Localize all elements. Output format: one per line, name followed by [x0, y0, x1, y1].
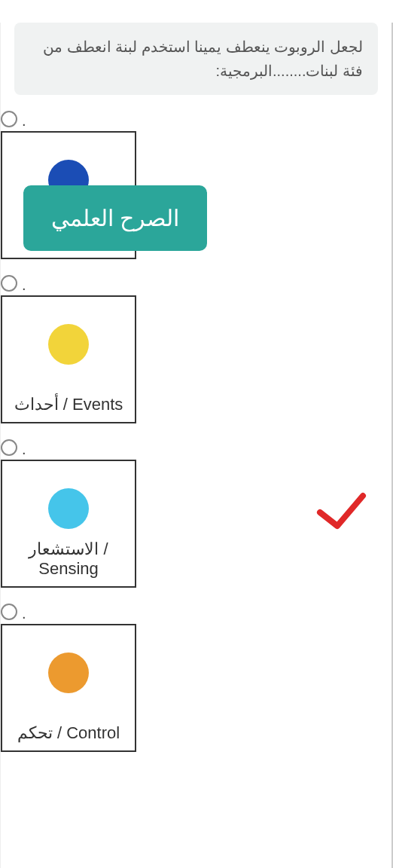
question-text: لجعل الروبوت ينعطف يمينا استخدم لبنة انع…: [14, 23, 378, 95]
option-label: تحكم / Control: [17, 723, 120, 743]
dot-separator: .: [22, 277, 26, 292]
option-label: الاستشعار / Sensing: [2, 539, 135, 579]
option-card: أحداث / Events: [1, 295, 136, 423]
radio-button[interactable]: [1, 604, 17, 620]
radio-row: .: [1, 439, 26, 457]
dot-separator: .: [22, 113, 26, 128]
correct-answer-checkmark-icon: [316, 490, 369, 535]
category-color-icon: [48, 488, 89, 529]
radio-row: .: [1, 274, 26, 292]
option-events[interactable]: . أحداث / Events: [1, 274, 136, 423]
dot-separator: .: [22, 606, 26, 621]
category-color-icon: [48, 324, 89, 365]
option-label: أحداث / Events: [14, 395, 123, 414]
radio-row: .: [1, 603, 26, 621]
option-control[interactable]: . تحكم / Control: [1, 603, 136, 752]
option-card: الاستشعار / Sensing: [1, 460, 136, 588]
option-card: تحكم / Control: [1, 624, 136, 752]
radio-button[interactable]: [1, 111, 17, 127]
radio-button[interactable]: [1, 439, 17, 456]
radio-row: .: [1, 110, 26, 128]
category-color-icon: [48, 653, 89, 693]
radio-button[interactable]: [1, 275, 17, 292]
option-sensing[interactable]: . الاستشعار / Sensing: [1, 439, 136, 588]
quiz-container: لجعل الروبوت ينعطف يمينا استخدم لبنة انع…: [0, 23, 393, 868]
dot-separator: .: [22, 442, 26, 457]
watermark-badge: الصرح العلمي: [23, 185, 207, 251]
